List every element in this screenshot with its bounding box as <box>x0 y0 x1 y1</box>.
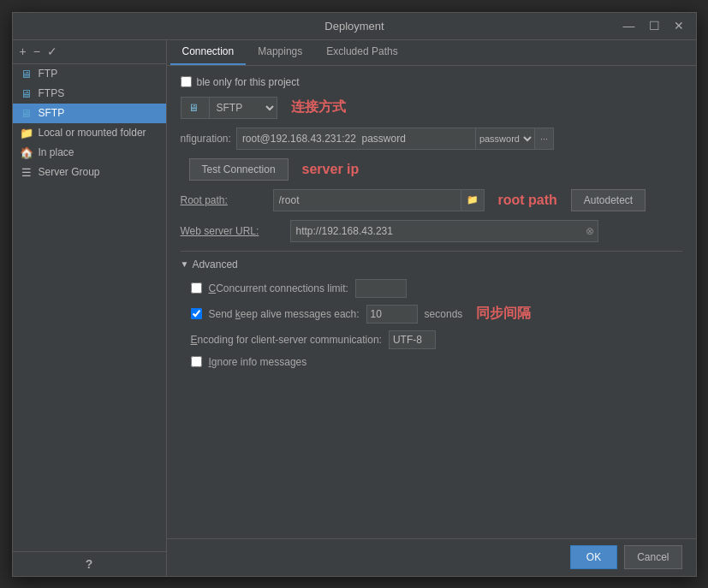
maximize-button[interactable]: ☐ <box>646 20 663 32</box>
root-path-input[interactable] <box>273 189 461 211</box>
dialog-title: Deployment <box>90 20 620 33</box>
sidebar-item-in-place[interactable]: 🏠 In place <box>13 143 166 163</box>
tab-bar: Connection Mappings Excluded Paths <box>167 40 696 66</box>
annotation-server-ip: server ip <box>302 162 360 177</box>
ftp-icon: 🖥 <box>20 68 33 80</box>
sidebar-item-local-folder-label: Local or mounted folder <box>39 127 146 139</box>
help-button[interactable]: ? <box>86 557 93 571</box>
advanced-label: Advanced <box>192 258 237 270</box>
keep-alive-input[interactable] <box>366 305 418 324</box>
dialog-body: + − ✓ 🖥 FTP 🖥 FTPS 🖥 SFTP 📁 <box>13 40 696 576</box>
sidebar-item-sftp[interactable]: 🖥 SFTP <box>13 104 166 123</box>
form-area: ble only for this project 🖥 SFTP FTP FTP… <box>167 66 696 538</box>
sidebar-item-server-group[interactable]: ☰ Server Group <box>13 163 166 182</box>
sidebar-footer: ? <box>13 551 166 576</box>
sidebar-item-local-folder[interactable]: 📁 Local or mounted folder <box>13 123 166 143</box>
test-connection-button[interactable]: Test Connection <box>189 158 289 181</box>
annotation-connection-type: 连接方式 <box>291 98 346 116</box>
sftp-combo: 🖥 SFTP FTP FTPS <box>181 97 277 119</box>
keep-alive-label: Send keep alive messages each: <box>209 308 360 320</box>
advanced-arrow: ▼ <box>181 259 189 269</box>
sidebar: + − ✓ 🖥 FTP 🖥 FTPS 🖥 SFTP 📁 <box>13 40 167 576</box>
root-path-row: Root path: 📁 root path Autodetect <box>181 189 682 211</box>
add-button[interactable]: + <box>18 45 28 58</box>
autodetect-button[interactable]: Autodetect <box>571 189 646 211</box>
concurrent-label: CConcurrent connections limit: <box>209 282 348 294</box>
visible-only-label: ble only for this project <box>197 76 300 88</box>
sidebar-item-ftps[interactable]: 🖥 FTPS <box>13 84 166 104</box>
sftp-type-icon: 🖥 <box>181 97 209 119</box>
connection-type-row: 🖥 SFTP FTP FTPS 连接方式 <box>181 97 682 119</box>
concurrent-input[interactable] <box>355 279 407 298</box>
sidebar-toolbar: + − ✓ <box>13 40 166 64</box>
close-button[interactable]: ✕ <box>670 20 687 32</box>
window-controls: — ☐ ✕ <box>620 20 687 32</box>
in-place-icon: 🏠 <box>20 146 33 159</box>
advanced-header[interactable]: ▼ Advanced <box>181 258 682 270</box>
config-label: nfiguration: <box>181 133 231 145</box>
url-clear-button[interactable]: ⊗ <box>582 225 598 237</box>
sidebar-item-ftps-label: FTPS <box>39 87 65 99</box>
sidebar-item-ftp-label: FTP <box>39 68 58 80</box>
ftps-icon: 🖥 <box>20 87 33 100</box>
deployment-dialog: Deployment — ☐ ✕ + − ✓ 🖥 FTP 🖥 FTPS <box>12 12 697 577</box>
minimize-button[interactable]: — <box>620 20 639 32</box>
sidebar-item-in-place-label: In place <box>39 146 74 158</box>
tab-mappings[interactable]: Mappings <box>246 40 314 65</box>
server-list: 🖥 FTP 🖥 FTPS 🖥 SFTP 📁 Local or mounted f… <box>13 64 166 551</box>
config-type-select[interactable]: password key <box>476 128 535 150</box>
root-path-input-wrap: 📁 <box>273 189 485 211</box>
encoding-label: Encoding for client-server communication… <box>191 334 382 346</box>
root-path-browse-button[interactable]: 📁 <box>461 189 485 211</box>
tab-connection[interactable]: Connection <box>170 40 247 65</box>
config-browse-button[interactable]: ··· <box>535 128 554 150</box>
sidebar-item-server-group-label: Server Group <box>39 166 100 178</box>
sidebar-item-ftp[interactable]: 🖥 FTP <box>13 64 166 84</box>
ok-button[interactable]: OK <box>570 545 617 569</box>
annotation-root-path: root path <box>498 193 557 208</box>
check-button[interactable]: ✓ <box>45 45 59 58</box>
ignore-info-label: Ignore info messages <box>209 356 307 368</box>
root-path-label: Root path: <box>181 194 266 206</box>
encoding-row: Encoding for client-server communication… <box>181 330 682 349</box>
title-bar: Deployment — ☐ ✕ <box>13 13 696 40</box>
test-connection-row: Test Connection server ip <box>189 158 682 181</box>
ignore-info-row: Ignore info messages <box>181 356 682 368</box>
keep-alive-row: Send keep alive messages each: seconds 同… <box>181 305 682 324</box>
local-folder-icon: 📁 <box>20 127 33 140</box>
web-server-url-row: Web server URL: ⊗ <box>181 220 682 242</box>
remove-button[interactable]: − <box>32 45 42 58</box>
config-input-wrap: password key ··· <box>236 128 554 150</box>
server-group-icon: ☰ <box>20 166 33 179</box>
url-input-wrap: ⊗ <box>290 220 598 242</box>
connection-type-select[interactable]: SFTP FTP FTPS <box>209 97 277 119</box>
sftp-icon: 🖥 <box>20 107 33 120</box>
tab-excluded-paths[interactable]: Excluded Paths <box>314 40 409 65</box>
main-content: Connection Mappings Excluded Paths ble o… <box>167 40 696 576</box>
keep-alive-unit-label: seconds <box>425 308 463 320</box>
configuration-row: nfiguration: password key ··· <box>181 128 682 150</box>
annotation-keep-alive: 同步间隔 <box>476 305 531 323</box>
config-input[interactable] <box>236 128 476 150</box>
encoding-input[interactable] <box>389 330 436 349</box>
concurrent-row: CConcurrent connections limit: <box>181 279 682 298</box>
concurrent-checkbox[interactable] <box>191 282 202 294</box>
keep-alive-checkbox[interactable] <box>191 308 202 319</box>
sidebar-item-sftp-label: SFTP <box>39 107 65 119</box>
cancel-button[interactable]: Cancel <box>624 545 681 569</box>
web-server-url-label: Web server URL: <box>181 225 283 237</box>
web-server-url-input[interactable] <box>291 221 582 241</box>
visible-only-checkbox[interactable] <box>181 76 192 87</box>
visible-only-row: ble only for this project <box>181 76 682 88</box>
separator-1 <box>181 251 682 252</box>
ignore-info-checkbox[interactable] <box>191 356 202 367</box>
dialog-footer: OK Cancel <box>167 538 696 576</box>
